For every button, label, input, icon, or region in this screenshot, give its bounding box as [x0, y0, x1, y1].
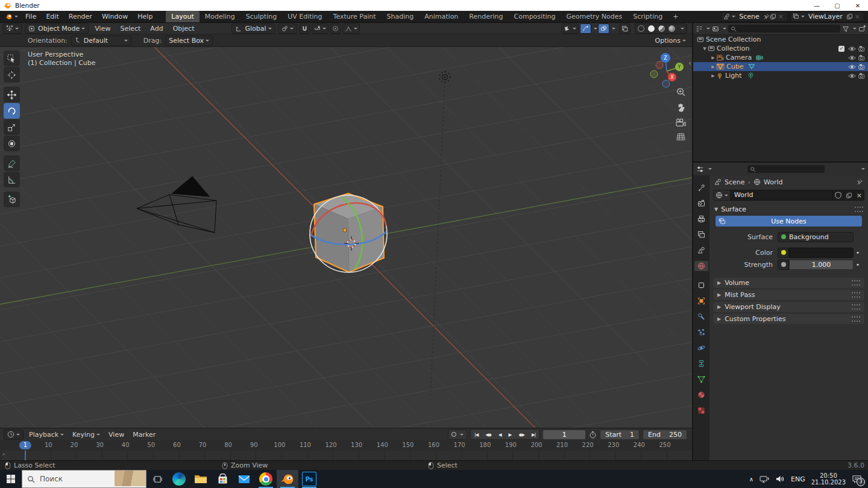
- frame-end-field[interactable]: End 250: [643, 430, 687, 440]
- breadcrumb-scene[interactable]: Scene: [725, 178, 745, 186]
- tool-scale[interactable]: [4, 119, 20, 135]
- chevron-down-icon[interactable]: [853, 28, 857, 31]
- panel-grip-icon[interactable]: [852, 304, 860, 310]
- disclosure-open-icon[interactable]: ▼: [702, 46, 708, 51]
- color-socket-button[interactable]: [778, 248, 789, 258]
- tab-tool[interactable]: [694, 183, 708, 193]
- tool-add-cube[interactable]: [4, 192, 20, 207]
- view-layer-selector[interactable]: ViewLayer ×: [790, 11, 864, 22]
- cube-object[interactable]: [314, 193, 384, 272]
- options-dropdown[interactable]: Options: [655, 37, 686, 45]
- ruler-tick-190[interactable]: 190: [505, 442, 517, 448]
- disclosure-closed-icon[interactable]: ▶: [710, 55, 716, 60]
- disclosure-closed-icon[interactable]: ▶: [710, 64, 716, 69]
- disable-render-camera-icon[interactable]: [858, 64, 866, 70]
- ruler-tick-20[interactable]: 20: [71, 442, 78, 448]
- tool-tweak-select[interactable]: [4, 51, 20, 66]
- panel-mist-pass[interactable]: ▶ Mist Pass: [713, 290, 864, 300]
- shading-solid-button[interactable]: [648, 25, 655, 32]
- color-swatch[interactable]: [789, 248, 854, 258]
- ruler-tick-90[interactable]: 90: [250, 442, 258, 448]
- speaker-icon[interactable]: [776, 475, 785, 483]
- overlays-toggle[interactable]: [598, 23, 609, 34]
- tab-world[interactable]: [694, 261, 708, 271]
- outliner-display-mode-icon[interactable]: [696, 25, 703, 33]
- viewport-menu-select[interactable]: Select: [115, 23, 145, 34]
- taskbar-app-photoshop[interactable]: Ps: [298, 470, 320, 488]
- camera-object[interactable]: [137, 177, 216, 233]
- blender-menu-button[interactable]: [0, 13, 20, 20]
- chevron-down-icon[interactable]: [612, 28, 615, 31]
- start-button[interactable]: [0, 470, 22, 488]
- ruler-tick-100[interactable]: 100: [274, 442, 285, 448]
- panel-viewport-display[interactable]: ▶ Viewport Display: [713, 302, 864, 312]
- pivot-point-dropdown[interactable]: [278, 23, 297, 34]
- ruler-tick-250[interactable]: 250: [659, 442, 670, 448]
- ruler-tick-120[interactable]: 120: [326, 442, 337, 448]
- zoom-icon[interactable]: [676, 87, 686, 97]
- workspace-tab-shading[interactable]: Shading: [382, 11, 420, 22]
- axis-neg-x-handle[interactable]: [656, 61, 663, 69]
- workspace-tab-sculpting[interactable]: Sculpting: [241, 11, 282, 22]
- task-view-button[interactable]: [146, 470, 168, 488]
- outliner-row-collection[interactable]: ▼ Collection ✓: [693, 44, 868, 53]
- timeline-menu-playback[interactable]: Playback: [25, 431, 68, 439]
- fake-user-shield-icon[interactable]: [833, 190, 844, 201]
- animate-dot[interactable]: •: [854, 249, 862, 257]
- timeline-menu-view[interactable]: View: [104, 431, 128, 439]
- proportional-falloff-dropdown[interactable]: [342, 23, 360, 34]
- editor-type-button[interactable]: [2, 23, 22, 34]
- tab-constraints[interactable]: [694, 358, 708, 369]
- notification-center-button[interactable]: 3: [852, 475, 862, 484]
- tool-move[interactable]: [4, 87, 20, 102]
- network-icon[interactable]: [760, 475, 770, 483]
- jump-to-end-button[interactable]: ▶|: [528, 432, 539, 437]
- taskbar-app-mail[interactable]: [233, 470, 255, 488]
- maximize-button[interactable]: ▢: [827, 2, 848, 9]
- tab-scene[interactable]: [694, 245, 708, 255]
- viewport-menu-add[interactable]: Add: [145, 23, 168, 34]
- taskbar-app-file-explorer[interactable]: [190, 470, 212, 488]
- playhead-line[interactable]: [25, 451, 26, 461]
- tab-view-layer[interactable]: [694, 230, 708, 240]
- tray-expand-icon[interactable]: ∧: [749, 476, 753, 483]
- ruler-tick-180[interactable]: 180: [479, 442, 491, 448]
- axis-z-handle[interactable]: Z: [661, 53, 670, 63]
- xray-toggle[interactable]: [619, 23, 631, 34]
- auto-keying-button[interactable]: [448, 430, 467, 440]
- ruler-tick-230[interactable]: 230: [608, 442, 619, 448]
- next-keyframe-button[interactable]: ◆▶: [515, 432, 528, 437]
- chevron-down-icon[interactable]: [594, 28, 597, 31]
- taskbar-app-store[interactable]: [212, 470, 233, 488]
- object-visibility-dropdown[interactable]: [561, 23, 579, 34]
- play-reverse-button[interactable]: ◀: [495, 432, 505, 437]
- taskbar-clock[interactable]: 20:50 21.10.2023: [811, 472, 846, 486]
- duplicate-icon[interactable]: [844, 190, 855, 201]
- shading-wireframe-button[interactable]: [638, 25, 644, 32]
- navigation-gizmo[interactable]: Z Y X: [647, 49, 686, 90]
- jump-to-start-button[interactable]: |◀: [471, 432, 482, 437]
- taskbar-app-chrome[interactable]: [255, 470, 277, 488]
- outliner-row-cube[interactable]: ▶ Cube: [693, 62, 868, 71]
- current-frame-field[interactable]: 1: [542, 430, 586, 440]
- strength-socket-button[interactable]: [778, 260, 789, 270]
- ruler-tick-150[interactable]: 150: [402, 442, 414, 448]
- tab-object-properties[interactable]: [694, 296, 708, 306]
- ruler-tick-140[interactable]: 140: [377, 442, 388, 448]
- use-nodes-button[interactable]: Use Nodes: [715, 216, 862, 227]
- surface-shader-dropdown[interactable]: Background: [778, 232, 854, 242]
- hide-eye-icon[interactable]: [848, 64, 856, 70]
- hide-eye-icon[interactable]: [848, 46, 856, 52]
- tab-material[interactable]: [694, 390, 708, 400]
- ruler-tick-80[interactable]: 80: [224, 442, 232, 448]
- ruler-tick-110[interactable]: 110: [300, 442, 311, 448]
- tab-texture[interactable]: [694, 405, 708, 416]
- hide-eye-icon[interactable]: [848, 55, 856, 61]
- new-collection-icon[interactable]: [858, 25, 866, 33]
- properties-editor-icon[interactable]: [696, 166, 704, 173]
- tool-cursor[interactable]: [4, 67, 20, 83]
- tab-object[interactable]: [694, 280, 708, 290]
- tool-annotate[interactable]: [4, 155, 20, 171]
- menu-render[interactable]: Render: [64, 11, 97, 22]
- tab-physics[interactable]: [694, 343, 708, 353]
